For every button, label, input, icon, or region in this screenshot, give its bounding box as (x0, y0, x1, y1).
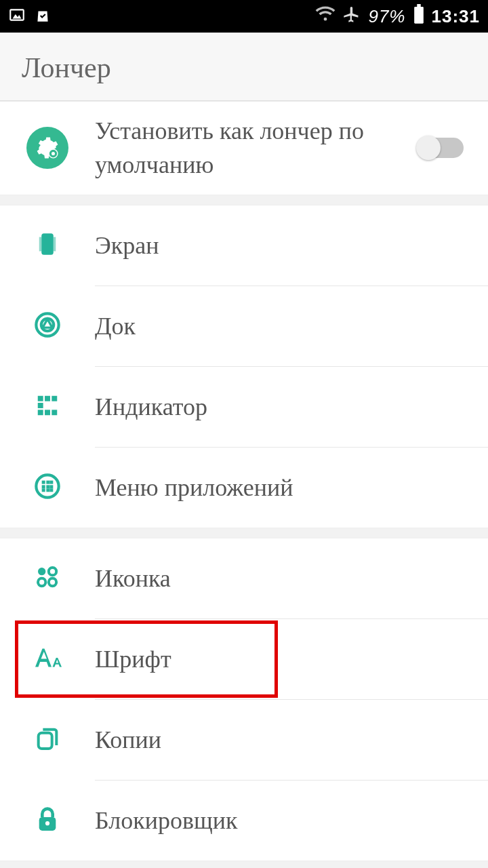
default-launcher-label: Установить как лончер по умолчанию (95, 102, 419, 195)
page-title-text: Лончер (22, 52, 111, 83)
svg-rect-31 (39, 732, 52, 748)
picture-icon (8, 6, 26, 26)
row-dock[interactable]: Док (0, 286, 488, 366)
section-other: Иконка Шрифт Копии (0, 538, 488, 861)
shapes-icon (34, 564, 61, 593)
row-set-default-launcher[interactable]: Установить как лончер по умолчанию (0, 102, 488, 195)
svg-rect-12 (52, 396, 57, 401)
gear-icon (26, 127, 68, 169)
bag-check-icon (34, 6, 52, 26)
svg-marker-1 (13, 14, 22, 18)
indicator-icon (35, 393, 60, 421)
row-blocker[interactable]: Блокировщик (0, 781, 488, 861)
svg-rect-7 (54, 237, 56, 251)
appmenu-icon (34, 473, 61, 502)
row-icon[interactable]: Иконка (0, 538, 488, 618)
svg-point-30 (49, 578, 56, 586)
dock-label: Док (95, 297, 474, 355)
svg-rect-2 (414, 7, 424, 24)
clock: 13:31 (432, 6, 481, 27)
svg-rect-13 (38, 403, 43, 408)
row-copies[interactable]: Копии (0, 700, 488, 780)
default-launcher-toggle[interactable] (419, 138, 464, 158)
screen-icon (33, 230, 62, 261)
battery-icon (413, 4, 425, 29)
svg-rect-20 (49, 480, 53, 484)
battery-percentage: 97% (368, 6, 405, 27)
row-screen[interactable]: Экран (0, 205, 488, 285)
indicator-label: Индикатор (95, 378, 474, 436)
svg-rect-26 (49, 488, 53, 492)
row-indicator[interactable]: Индикатор (0, 367, 488, 447)
copies-label: Копии (95, 711, 474, 769)
svg-point-29 (38, 578, 45, 586)
svg-rect-24 (42, 488, 45, 492)
page-title: Лончер (0, 33, 488, 101)
svg-rect-23 (49, 485, 53, 488)
font-icon (33, 646, 62, 673)
svg-rect-6 (39, 237, 42, 251)
icon-label: Иконка (95, 549, 474, 608)
lock-icon (35, 806, 60, 835)
svg-point-28 (49, 568, 56, 575)
svg-rect-22 (46, 485, 49, 488)
screen-label: Экран (95, 216, 474, 275)
svg-rect-10 (38, 396, 43, 401)
font-label: Шрифт (95, 630, 474, 688)
airplane-icon (342, 5, 361, 28)
dock-icon (34, 311, 61, 341)
svg-rect-3 (417, 4, 420, 7)
copies-icon (34, 725, 61, 755)
svg-rect-15 (45, 410, 50, 415)
status-bar: 97% 13:31 (0, 0, 488, 33)
svg-point-27 (38, 568, 45, 575)
svg-rect-21 (42, 485, 45, 488)
appmenu-label: Меню приложений (95, 458, 474, 517)
svg-rect-25 (46, 488, 49, 492)
svg-rect-16 (52, 410, 57, 415)
wifi-icon (315, 6, 336, 27)
section-display: Экран Док Индикатор (0, 205, 488, 528)
svg-rect-11 (45, 396, 50, 401)
svg-rect-5 (41, 233, 54, 255)
row-appmenu[interactable]: Меню приложений (0, 448, 488, 528)
svg-rect-14 (38, 410, 43, 415)
row-font[interactable]: Шрифт (0, 619, 488, 699)
svg-rect-19 (46, 480, 49, 484)
svg-rect-18 (42, 480, 45, 484)
blocker-label: Блокировщик (95, 791, 474, 850)
section-default-launcher: Установить как лончер по умолчанию (0, 101, 488, 195)
svg-point-33 (45, 821, 49, 825)
